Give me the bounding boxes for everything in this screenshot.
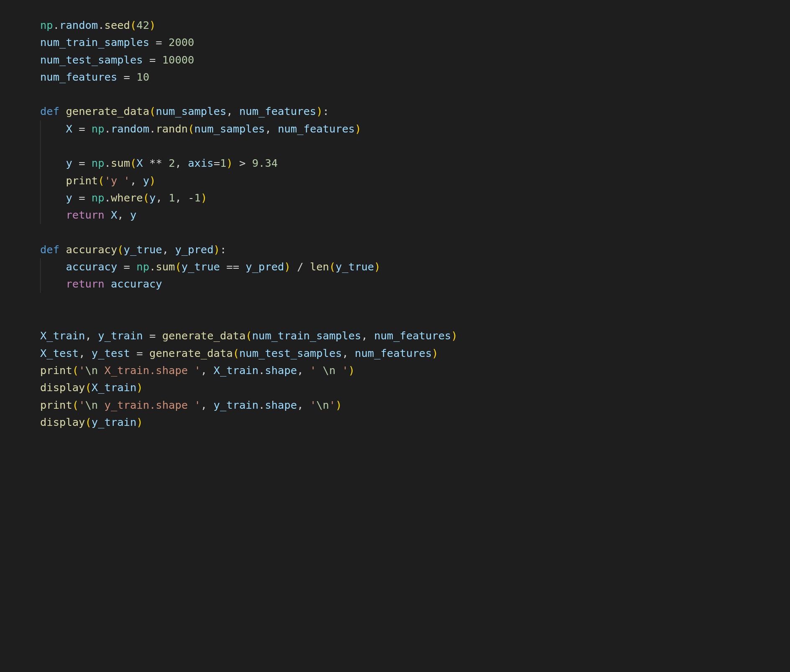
- code-line[interactable]: num_train_samples = 2000: [40, 34, 790, 51]
- code-token: (: [72, 364, 79, 377]
- code-line[interactable]: print('\n X_train.shape ', X_train.shape…: [40, 362, 790, 379]
- code-token: .: [105, 191, 111, 204]
- code-token: y_test: [92, 347, 130, 359]
- code-token: num_features: [239, 105, 316, 117]
- code-token: ==: [220, 260, 245, 273]
- code-token: \n: [316, 399, 329, 411]
- code-token: (: [233, 347, 239, 359]
- code-token: ,: [79, 347, 92, 359]
- code-token: 42: [136, 19, 149, 31]
- code-line[interactable]: [40, 310, 790, 327]
- code-token: 10: [136, 71, 149, 83]
- code-token: ': [310, 399, 316, 411]
- code-token: ,: [85, 329, 98, 342]
- code-token: .: [105, 157, 111, 169]
- code-token: ): [201, 191, 207, 204]
- indent-guide: [40, 206, 66, 224]
- code-line[interactable]: print('\n y_train.shape ', y_train.shape…: [40, 397, 790, 414]
- code-token: y: [66, 191, 72, 204]
- code-token: ): [136, 416, 143, 428]
- code-token: np: [92, 191, 105, 204]
- code-line[interactable]: y = np.where(y, 1, -1): [40, 189, 790, 206]
- code-token: ,: [175, 191, 188, 204]
- code-token: y: [143, 174, 149, 187]
- code-line[interactable]: num_features = 10: [40, 69, 790, 86]
- code-line[interactable]: [40, 224, 790, 241]
- code-token: accuracy: [66, 260, 117, 273]
- code-line[interactable]: return X, y: [40, 206, 790, 224]
- code-line[interactable]: y = np.sum(X ** 2, axis=1) > 9.34: [40, 155, 790, 172]
- code-line[interactable]: [40, 293, 790, 310]
- code-token: /: [291, 260, 310, 273]
- code-editor[interactable]: np.random.seed(42)num_train_samples = 20…: [0, 17, 790, 431]
- code-token: 2: [169, 157, 175, 169]
- code-line[interactable]: X_train, y_train = generate_data(num_tra…: [40, 327, 790, 344]
- code-token: ': [79, 399, 85, 411]
- code-token: ,: [226, 105, 239, 117]
- code-token: 9.34: [252, 157, 278, 169]
- code-token: random: [111, 122, 149, 135]
- code-token: ): [149, 19, 156, 31]
- code-line[interactable]: def generate_data(num_samples, num_featu…: [40, 103, 790, 120]
- code-token: axis: [188, 157, 213, 169]
- code-token: y_true: [335, 260, 374, 273]
- code-token: 1: [194, 191, 201, 204]
- code-line[interactable]: [40, 137, 790, 155]
- code-token: (: [329, 260, 335, 273]
- code-token: =: [143, 329, 162, 342]
- code-line[interactable]: np.random.seed(42): [40, 17, 790, 34]
- code-token: ': [310, 364, 323, 377]
- code-token: ': [79, 364, 85, 377]
- code-token: =: [117, 71, 136, 83]
- code-token: def: [40, 243, 59, 256]
- code-token: X_train: [40, 329, 85, 342]
- code-token: =: [143, 53, 162, 66]
- code-token: X_train: [214, 364, 258, 377]
- code-token: =: [72, 157, 92, 169]
- code-token: X: [66, 122, 72, 135]
- code-line[interactable]: def accuracy(y_true, y_pred):: [40, 241, 790, 258]
- code-token: accuracy: [111, 277, 162, 290]
- code-token: ): [451, 329, 458, 342]
- code-line[interactable]: num_test_samples = 10000: [40, 51, 790, 69]
- code-line[interactable]: display(y_train): [40, 414, 790, 431]
- code-line[interactable]: return accuracy: [40, 275, 790, 293]
- code-token: num_features: [278, 122, 355, 135]
- code-token: [59, 243, 66, 256]
- code-token: shape: [265, 364, 297, 377]
- code-token: shape: [265, 399, 297, 411]
- code-token: num_train_samples: [40, 36, 149, 48]
- code-token: (: [98, 174, 104, 187]
- code-token: ': [335, 364, 348, 377]
- code-token: X_train.shape ': [98, 364, 201, 377]
- code-line[interactable]: X = np.random.randn(num_samples, num_fea…: [40, 120, 790, 137]
- code-line[interactable]: print('y ', y): [40, 172, 790, 189]
- code-token: ): [432, 347, 438, 359]
- code-token: generate_data: [149, 347, 233, 359]
- code-token: (: [245, 329, 252, 342]
- code-token: return: [66, 277, 104, 290]
- code-token: ,: [265, 122, 278, 135]
- code-token: sum: [111, 157, 130, 169]
- code-token: 1: [220, 157, 226, 169]
- code-token: =: [214, 157, 220, 169]
- code-token: y_train: [214, 399, 258, 411]
- code-token: (: [85, 381, 91, 394]
- code-token: print: [66, 174, 98, 187]
- code-line[interactable]: display(X_train): [40, 379, 790, 396]
- code-token: y_train.shape ': [98, 399, 201, 411]
- code-token: .: [149, 122, 156, 135]
- code-line[interactable]: accuracy = np.sum(y_true == y_pred) / le…: [40, 258, 790, 275]
- code-token: ,: [201, 364, 214, 377]
- code-token: return: [66, 209, 104, 221]
- code-token: num_train_samples: [252, 329, 361, 342]
- code-token: y: [130, 209, 136, 221]
- code-token: num_samples: [194, 122, 265, 135]
- code-token: =: [72, 122, 92, 135]
- code-token: ): [355, 122, 361, 135]
- code-line[interactable]: X_test, y_test = generate_data(num_test_…: [40, 345, 790, 362]
- code-token: :: [323, 105, 329, 117]
- code-line[interactable]: [40, 86, 790, 103]
- code-token: (: [130, 157, 136, 169]
- code-token: [105, 277, 111, 290]
